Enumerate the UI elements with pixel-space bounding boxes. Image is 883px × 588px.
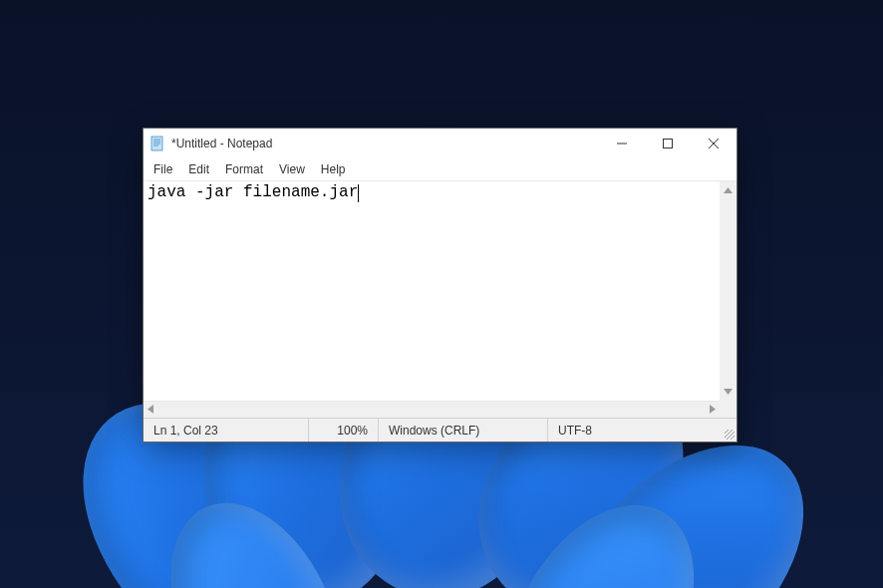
text-caret [358,184,359,202]
window-title: *Untitled - Notepad [171,137,599,150]
scroll-up-icon [724,185,733,195]
close-button[interactable] [691,129,736,158]
horizontal-scrollbar[interactable] [144,401,720,418]
text-editor[interactable]: java -jar filename.jar [144,181,720,401]
status-line-ending: Windows (CRLF) [378,419,547,441]
titlebar[interactable]: *Untitled - Notepad [144,129,736,158]
status-zoom: 100% [308,419,378,441]
vertical-scrollbar[interactable] [720,181,736,401]
menu-format[interactable]: Format [217,160,271,178]
window-controls [599,129,736,158]
svg-rect-6 [664,140,673,148]
status-encoding: UTF-8 [547,419,720,441]
statusbar: Ln 1, Col 23 100% Windows (CRLF) UTF-8 [144,418,736,441]
menu-file[interactable]: File [146,160,180,178]
menu-view[interactable]: View [271,160,313,178]
scroll-down-icon [724,387,733,397]
editor-area: java -jar filename.jar [144,180,736,401]
editor-text: java -jar filename.jar [147,183,358,201]
scrollbar-corner [720,401,736,418]
resize-grip[interactable] [720,419,736,441]
scroll-right-icon [710,405,716,416]
menu-help[interactable]: Help [313,160,354,178]
menu-edit[interactable]: Edit [180,160,217,178]
status-cursor-position: Ln 1, Col 23 [144,419,308,441]
scroll-left-icon [147,405,153,416]
horizontal-scroll-row [144,401,736,418]
minimize-button[interactable] [599,129,645,158]
maximize-button[interactable] [645,129,691,158]
menubar: File Edit Format View Help [144,158,736,180]
notepad-app-icon [149,136,165,151]
notepad-window: *Untitled - Notepad File Edit Format Vie… [143,128,737,442]
